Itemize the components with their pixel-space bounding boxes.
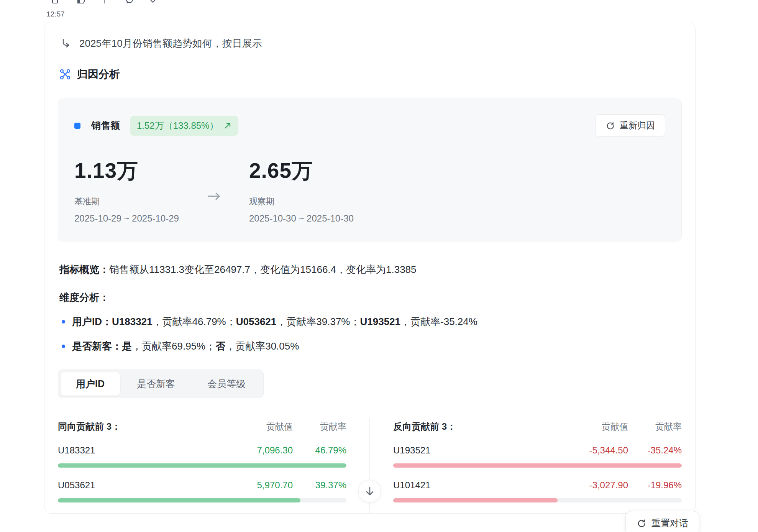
overview-label: 指标概览：	[59, 264, 109, 275]
baseline-label: 基准期	[74, 196, 201, 207]
overview-text: 销售额从11331.3变化至26497.7，变化值为15166.4，变化率为1.…	[109, 264, 417, 275]
table-row: U0536215,970.7039.37%	[58, 480, 346, 502]
period-arrow	[201, 157, 228, 224]
contribution-bar-fill	[58, 463, 346, 468]
row-contribution-rate: -35.24%	[628, 445, 682, 456]
contribution-bar-track	[393, 498, 682, 502]
table-title: 同向贡献前 3：	[58, 420, 224, 433]
metric-summary-card: 销售额 1.52万（133.85%） 重新归因 1.13万 基准期 2025-1…	[58, 99, 682, 241]
table-header-row: 同向贡献前 3：贡献值贡献率	[58, 420, 346, 433]
toolbar-divider	[103, 0, 105, 6]
refresh-icon[interactable]	[125, 0, 135, 6]
baseline-range: 2025-10-29 ~ 2025-10-29	[74, 213, 201, 224]
column-header-value: 贡献值	[224, 421, 293, 433]
table-row: U101421-3,027.90-19.96%	[393, 480, 682, 502]
observation-label: 观察期	[249, 196, 376, 207]
row-contribution-rate: 46.79%	[293, 445, 346, 456]
contribution-bar-fill	[58, 498, 300, 502]
row-name: U101421	[393, 480, 559, 491]
contribution-bar-fill	[393, 463, 682, 468]
column-header-rate: 贡献率	[293, 421, 346, 433]
change-badge: 1.52万（133.85%）	[130, 116, 238, 136]
row-name: U183321	[58, 445, 224, 456]
reset-conversation-button[interactable]: 重置对话	[625, 511, 699, 532]
row-name: U193521	[393, 445, 559, 456]
positive-contribution-table: 同向贡献前 3：贡献值贡献率U1833217,096.3046.79%U0536…	[58, 420, 346, 514]
refresh-icon	[605, 121, 615, 130]
row-name: U053621	[58, 480, 224, 491]
arrow-right-icon	[206, 190, 222, 202]
row-contribution-value: 7,096.30	[224, 445, 293, 456]
baseline-period: 1.13万 基准期 2025-10-29 ~ 2025-10-29	[74, 157, 201, 224]
refresh-icon	[637, 519, 646, 528]
row-contribution-rate: -19.96%	[628, 480, 682, 491]
observation-period: 2.65万 观察期 2025-10-30 ~ 2025-10-30	[249, 157, 376, 224]
dimension-tabs: 用户ID是否新客会员等级	[58, 369, 264, 398]
dimension-bullet: 用户ID：U183321，贡献率46.79%；U053621，贡献率39.37%…	[62, 315, 682, 328]
negative-contribution-table: 反向贡献前 3：贡献值贡献率U193521-5,344.50-35.24%U10…	[393, 420, 682, 514]
contribution-bar-fill	[393, 498, 558, 502]
attribution-section-header: 归因分析	[58, 67, 682, 82]
chevron-down-icon[interactable]	[149, 0, 157, 6]
reattribute-button[interactable]: 重新归因	[595, 114, 665, 137]
observation-range: 2025-10-30 ~ 2025-10-30	[249, 213, 376, 224]
baseline-value: 1.13万	[74, 157, 201, 185]
metric-legend-square-icon	[74, 123, 80, 129]
column-header-value: 贡献值	[559, 421, 628, 433]
tab-member-level[interactable]: 会员等级	[192, 372, 261, 396]
metric-overview: 指标概览：销售额从11331.3变化至26497.7，变化值为15166.4，变…	[58, 263, 682, 276]
contribution-bar-track	[58, 498, 346, 502]
scroll-down-button[interactable]	[358, 480, 381, 502]
attribution-network-icon	[59, 69, 71, 80]
metric-header-row: 销售额 1.52万（133.85%） 重新归因	[74, 114, 665, 137]
contribution-bar-track	[58, 463, 346, 468]
change-badge-text: 1.52万（133.85%）	[137, 120, 218, 132]
bullet-text: 用户ID：U183321，贡献率46.79%；U053621，贡献率39.37%…	[72, 315, 477, 328]
observation-value: 2.65万	[249, 157, 376, 185]
table-row: U1833217,096.3046.79%	[58, 445, 346, 468]
dimension-bullet-list: 用户ID：U183321，贡献率46.79%；U053621，贡献率39.37%…	[58, 315, 682, 353]
table-row: U193521-5,344.50-35.24%	[393, 445, 682, 468]
dimension-bullet: 是否新客：是，贡献率69.95%；否，贡献率30.05%	[62, 340, 682, 353]
metric-name: 销售额	[91, 119, 120, 132]
contribution-tables: 同向贡献前 3：贡献值贡献率U1833217,096.3046.79%U0536…	[58, 420, 682, 514]
row-contribution-value: 5,970.70	[224, 480, 293, 491]
message-toolbar	[46, 0, 169, 6]
column-header-rate: 贡献率	[628, 421, 682, 433]
bullet-text: 是否新客：是，贡献率69.95%；否，贡献率30.05%	[72, 340, 299, 353]
row-contribution-rate: 39.37%	[293, 480, 346, 491]
message-timestamp: 12:57	[46, 10, 65, 18]
thumbs-up-icon[interactable]	[77, 0, 87, 6]
period-comparison: 1.13万 基准期 2025-10-29 ~ 2025-10-29 2.65万 …	[74, 157, 665, 224]
arrow-down-icon	[365, 486, 375, 497]
user-question-row: 2025年10月份销售额趋势如何，按日展示	[58, 37, 682, 50]
bullet-dot-icon	[62, 345, 65, 348]
tab-is-new-customer[interactable]: 是否新客	[121, 372, 190, 396]
reattribute-label: 重新归因	[620, 120, 655, 131]
attribution-title: 归因分析	[77, 67, 120, 82]
row-contribution-value: -5,344.50	[559, 445, 628, 456]
copy-icon[interactable]	[51, 0, 60, 6]
attribution-message-card: 2025年10月份销售额趋势如何，按日展示 归因分析 销售额 1.52万（133…	[44, 22, 696, 514]
table-header-row: 反向贡献前 3：贡献值贡献率	[393, 420, 682, 433]
chat-analysis-screen: 12:57 2025年10月份销售额趋势如何，按日展示 归因分析 销售额 1.5…	[0, 0, 758, 532]
reset-conversation-label: 重置对话	[651, 517, 688, 529]
table-title: 反向贡献前 3：	[393, 420, 559, 433]
row-contribution-value: -3,027.90	[559, 480, 628, 491]
tab-user-id[interactable]: 用户ID	[61, 372, 120, 396]
branch-arrow-icon	[60, 38, 72, 49]
contribution-bar-track	[393, 463, 682, 468]
bullet-dot-icon	[62, 320, 65, 323]
user-question-text: 2025年10月份销售额趋势如何，按日展示	[79, 37, 262, 50]
trend-up-icon	[224, 122, 231, 130]
dimension-analysis-label: 维度分析：	[58, 291, 682, 304]
